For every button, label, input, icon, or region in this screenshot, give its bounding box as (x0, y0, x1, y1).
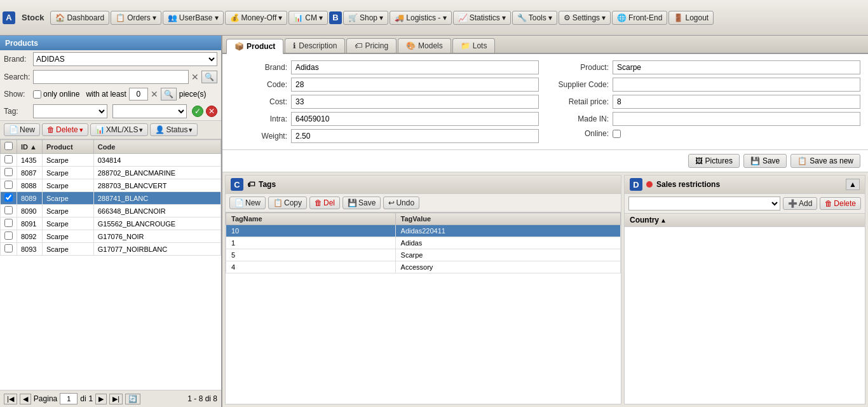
next-page-btn[interactable]: ▶ (95, 394, 107, 404)
tags-del-icon: 🗑 (315, 198, 322, 207)
status-icon: 👤 (155, 125, 165, 134)
logistics-btn[interactable]: 🚚 Logistics - ▾ (390, 11, 452, 25)
tags-toolbar: 📄 New 📋 Copy 🗑 Del 💾 Save (226, 194, 621, 212)
search-go-btn[interactable]: 🔍 (201, 71, 217, 83)
prev-page-btn[interactable]: ◀ (20, 394, 31, 404)
page-input[interactable] (60, 393, 78, 404)
save-icon: 💾 (750, 156, 760, 165)
col-product[interactable]: Product (43, 140, 94, 154)
refresh-btn[interactable]: 🔄 (125, 394, 140, 404)
tab-description[interactable]: ℹ Description (285, 38, 345, 53)
search-clear-btn[interactable]: ✕ (191, 72, 199, 82)
orders-btn[interactable]: 📋 Orders ▾ (111, 11, 161, 25)
main-layout: Products Brand: ADIDAS Search: ✕ 🔍 Show:… (0, 36, 868, 407)
row-checkbox[interactable] (4, 206, 13, 214)
row-checkbox[interactable] (4, 155, 13, 163)
tag-row[interactable]: 4 Accessory (226, 261, 621, 273)
row-checkbox[interactable] (4, 193, 13, 202)
row-checkbox[interactable] (4, 231, 13, 240)
tag-select-2[interactable] (112, 104, 187, 118)
table-row[interactable]: 8090 Scarpe 666348_BLANCNOIR (1, 205, 221, 217)
status-btn[interactable]: 👤 Status ▾ (150, 123, 198, 136)
moneyoff-btn[interactable]: 💰 Money-Off ▾ (225, 11, 288, 25)
settings-btn[interactable]: ⚙ Settings ▾ (559, 11, 611, 25)
brand-select[interactable]: ADIDAS (33, 52, 217, 66)
logout-btn[interactable]: 🚪 Logout (668, 11, 714, 25)
new-product-btn[interactable]: 📄 New (4, 123, 40, 136)
userbase-btn[interactable]: 👥 UserBase ▾ (163, 11, 224, 25)
cost-field[interactable] (291, 95, 539, 109)
online-checkbox[interactable] (613, 130, 621, 138)
with-at-least-label: with at least (86, 90, 126, 99)
col-code[interactable]: Code (93, 140, 220, 154)
tab-lots[interactable]: 📁 Lots (452, 38, 496, 53)
supplier-code-field[interactable] (613, 78, 860, 92)
row-id: 8092 (17, 230, 43, 243)
tags-new-label: New (245, 198, 261, 207)
row-checkbox[interactable] (4, 219, 13, 227)
tags-del-btn[interactable]: 🗑 Del (309, 197, 340, 209)
first-page-btn[interactable]: |◀ (4, 394, 17, 404)
retail-price-field[interactable] (613, 95, 860, 109)
tag-row[interactable]: 1 Adidas (226, 237, 621, 249)
col-id[interactable]: ID ▲ (17, 140, 43, 154)
tag-select-1[interactable] (33, 104, 107, 118)
tools-btn[interactable]: 🔧 Tools ▾ (512, 11, 557, 25)
delete-product-btn[interactable]: 🗑 Delete ▾ (42, 123, 88, 136)
search-input[interactable] (33, 70, 189, 84)
new-label: New (20, 125, 35, 134)
made-in-field[interactable] (613, 112, 860, 126)
table-row[interactable]: 8089 Scarpe 288741_BLANC (1, 192, 221, 205)
table-row[interactable]: 8093 Scarpe G17077_NOIRBLANC (1, 243, 221, 256)
save-btn[interactable]: 💾 Save (743, 154, 787, 168)
row-checkbox[interactable] (4, 181, 13, 189)
tab-pricing[interactable]: 🏷 Pricing (346, 38, 397, 53)
tag-clear-btn[interactable]: ✕ (206, 106, 217, 117)
row-product: Scarpe (43, 179, 94, 192)
row-checkbox[interactable] (4, 244, 13, 252)
sales-delete-btn[interactable]: 🗑 Delete (820, 197, 861, 210)
select-all-checkbox[interactable] (4, 142, 13, 150)
tab-product[interactable]: 📦 Product (226, 39, 283, 54)
frontend-btn[interactable]: 🌐 Front-End (612, 11, 667, 25)
weight-field[interactable] (291, 129, 539, 143)
tags-save-label: Save (358, 198, 376, 207)
sales-scroll-btn[interactable]: ▲ (846, 179, 860, 190)
statistics-btn[interactable]: 📈 Statistics ▾ (453, 11, 511, 25)
tags-undo-btn[interactable]: ↩ Undo (383, 197, 419, 209)
save-as-new-btn[interactable]: 📋 Save as new (790, 154, 860, 168)
cm-btn[interactable]: 📊 CM ▾ (288, 11, 328, 25)
tag-row[interactable]: 10 Adidas220411 (226, 225, 621, 237)
tags-new-btn[interactable]: 📄 New (229, 197, 266, 209)
sales-add-btn[interactable]: ➕ Add (783, 197, 817, 210)
tags-save-btn[interactable]: 💾 Save (342, 197, 381, 209)
pieces-search-btn[interactable]: 🔍 (161, 88, 177, 100)
only-online-check[interactable]: only online (33, 90, 79, 99)
pieces-clear-btn[interactable]: ✕ (151, 89, 158, 99)
xml-xls-btn[interactable]: 📊 XML/XLS ▾ (90, 123, 149, 136)
table-row[interactable]: 8088 Scarpe 288703_BLANCVERT (1, 179, 221, 192)
row-checkbox[interactable] (4, 168, 13, 176)
table-row[interactable]: 8092 Scarpe G17076_NOIR (1, 230, 221, 243)
table-row[interactable]: 8091 Scarpe G15562_BLANCROUGE (1, 217, 221, 230)
intra-field[interactable] (291, 112, 539, 126)
pictures-btn[interactable]: 🖼 Pictures (688, 154, 740, 168)
tag-apply-btn[interactable]: ✓ (192, 106, 203, 117)
product-name-field[interactable] (613, 60, 860, 74)
tag-row[interactable]: 5 Scarpe (226, 249, 621, 261)
dashboard-btn[interactable]: 🏠 Dashboard (50, 11, 109, 25)
last-page-btn[interactable]: ▶| (109, 394, 123, 404)
tab-models[interactable]: 🎨 Models (398, 38, 451, 53)
only-online-checkbox[interactable] (33, 90, 41, 99)
code-field[interactable] (291, 78, 539, 92)
table-row[interactable]: 8087 Scarpe 288702_BLANCMARINE (1, 167, 221, 179)
delete-icon: 🗑 (47, 125, 55, 134)
tab-product-icon: 📦 (234, 42, 244, 51)
country-select[interactable] (628, 197, 780, 210)
table-row[interactable]: 1435 Scarpe 034814 (1, 154, 221, 167)
tags-copy-btn[interactable]: 📋 Copy (268, 197, 307, 209)
shop-btn[interactable]: 🛒 Shop ▾ (343, 11, 388, 25)
brand-field[interactable] (291, 60, 539, 74)
min-pieces-input[interactable] (129, 88, 148, 100)
row-product: Scarpe (43, 230, 94, 243)
